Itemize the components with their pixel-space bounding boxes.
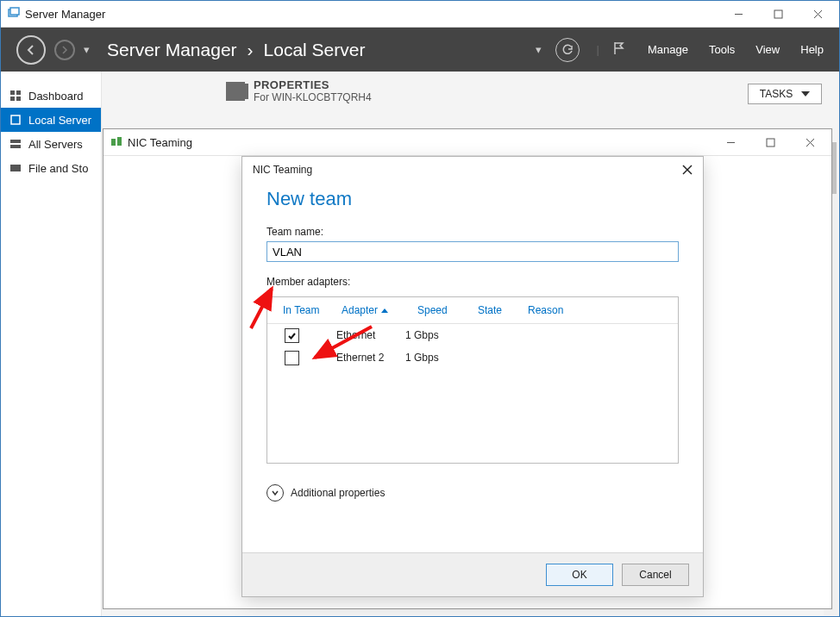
new-team-footer: OK Cancel xyxy=(242,552,703,596)
adapters-columns: In Team Adapter Speed State Reason xyxy=(267,297,678,324)
maximize-button[interactable] xyxy=(758,1,798,27)
back-button[interactable] xyxy=(16,35,46,65)
ok-button[interactable]: OK xyxy=(546,564,613,586)
history-dropdown-icon[interactable]: ▾ xyxy=(84,43,90,56)
menu-help[interactable]: Help xyxy=(800,43,824,56)
svg-rect-14 xyxy=(111,139,116,146)
svg-rect-7 xyxy=(16,90,21,95)
breadcrumb-current[interactable]: Local Server xyxy=(264,40,366,60)
dropdown-icon[interactable]: ▾ xyxy=(536,43,542,56)
servers-icon xyxy=(9,138,22,150)
nic-close-button[interactable] xyxy=(790,129,830,155)
adapter-name: Ethernet xyxy=(336,329,405,341)
breadcrumb-root[interactable]: Server Manager xyxy=(107,40,237,60)
svg-rect-12 xyxy=(10,145,21,148)
svg-rect-17 xyxy=(767,139,774,146)
server-manager-window: Server Manager ▾ Server Manager › Local … xyxy=(0,0,840,617)
sidebar: Dashboard Local Server All Servers File … xyxy=(1,72,102,617)
sidebar-item-dashboard[interactable]: Dashboard xyxy=(1,84,101,108)
new-team-titlebar: NIC Teaming xyxy=(242,157,703,183)
sidebar-item-label: File and Sto xyxy=(28,162,88,175)
sidebar-item-label: Dashboard xyxy=(28,90,84,103)
cancel-label: Cancel xyxy=(639,569,671,581)
properties-header: PROPERTIES For WIN-KLOCBT7QRH4 TASKS xyxy=(226,78,822,103)
forward-button[interactable] xyxy=(54,40,75,60)
flag-icon[interactable] xyxy=(611,41,627,59)
sort-asc-icon xyxy=(381,308,388,313)
tasks-button-properties[interactable]: TASKS xyxy=(748,84,822,104)
adapter-row[interactable]: Ethernet 2 1 Gbps xyxy=(267,346,678,369)
additional-properties-label: Additional properties xyxy=(291,487,385,499)
svg-rect-10 xyxy=(11,115,20,124)
nic-window-title: NIC Teaming xyxy=(128,136,192,149)
adapter-speed: 1 Gbps xyxy=(405,352,457,364)
sidebar-item-label: All Servers xyxy=(28,138,83,151)
team-name-label: Team name: xyxy=(266,226,679,238)
menu-view[interactable]: View xyxy=(755,43,780,56)
adapter-row[interactable]: Ethernet 1 Gbps xyxy=(267,324,678,346)
menu-tools[interactable]: Tools xyxy=(709,43,735,56)
column-speed[interactable]: Speed xyxy=(411,304,471,316)
svg-rect-8 xyxy=(10,97,15,101)
new-team-dialog: NIC Teaming New team Team name: Member a… xyxy=(241,156,704,597)
close-button[interactable] xyxy=(798,1,837,27)
adapter-checkbox[interactable] xyxy=(285,351,299,365)
svg-rect-1 xyxy=(10,8,19,15)
svg-rect-6 xyxy=(10,90,15,95)
properties-title: PROPERTIES xyxy=(254,78,372,91)
ok-label: OK xyxy=(572,569,586,581)
adapter-name: Ethernet 2 xyxy=(336,352,405,364)
refresh-button[interactable] xyxy=(555,38,580,62)
storage-icon xyxy=(9,162,22,174)
minimize-button[interactable] xyxy=(718,1,758,27)
dashboard-icon xyxy=(9,90,22,102)
column-reason[interactable]: Reason xyxy=(521,304,570,316)
member-adapters-label: Member adapters: xyxy=(266,276,679,288)
adapter-speed: 1 Gbps xyxy=(405,329,457,341)
chevron-down-icon xyxy=(801,91,810,97)
additional-properties-toggle[interactable]: Additional properties xyxy=(266,484,679,502)
properties-icon xyxy=(226,82,245,101)
nic-minimize-button[interactable] xyxy=(711,129,750,155)
member-adapters-grid: In Team Adapter Speed State Reason Ether… xyxy=(266,296,679,464)
properties-subtitle: For WIN-KLOCBT7QRH4 xyxy=(254,91,372,103)
chevron-right-icon: › xyxy=(248,40,254,60)
team-name-input[interactable] xyxy=(266,241,679,262)
nic-app-icon xyxy=(110,135,122,150)
cancel-button[interactable]: Cancel xyxy=(622,564,689,586)
new-team-window-title: NIC Teaming xyxy=(253,164,312,176)
adapter-checkbox[interactable] xyxy=(285,328,299,343)
column-in-team[interactable]: In Team xyxy=(276,304,335,316)
svg-rect-15 xyxy=(117,137,122,146)
sidebar-item-all-servers[interactable]: All Servers xyxy=(1,132,101,156)
menu-manage[interactable]: Manage xyxy=(648,43,688,56)
sidebar-item-label: Local Server xyxy=(28,114,91,127)
new-team-heading: New team xyxy=(266,188,679,210)
nic-teaming-window: NIC Teaming NIC Teaming New team T xyxy=(103,128,832,609)
nic-titlebar: NIC Teaming xyxy=(103,129,831,156)
server-icon xyxy=(9,114,22,126)
separator: | xyxy=(593,43,603,56)
titlebar: Server Manager xyxy=(1,1,839,28)
chevron-down-icon xyxy=(266,484,284,502)
app-title: Server Manager xyxy=(25,8,105,21)
sidebar-item-file-storage[interactable]: File and Sto xyxy=(1,156,101,180)
svg-rect-3 xyxy=(774,10,782,18)
column-adapter[interactable]: Adapter xyxy=(335,304,411,316)
nic-maximize-button[interactable] xyxy=(750,129,790,155)
svg-rect-9 xyxy=(16,97,21,101)
column-state[interactable]: State xyxy=(471,304,521,316)
sidebar-item-local-server[interactable]: Local Server xyxy=(1,108,101,132)
tasks-label: TASKS xyxy=(760,88,793,100)
new-team-close-button[interactable] xyxy=(677,159,698,180)
navigation-bar: ▾ Server Manager › Local Server ▾ | Mana… xyxy=(1,28,839,72)
app-icon xyxy=(8,7,20,22)
svg-rect-13 xyxy=(10,165,21,171)
svg-rect-11 xyxy=(10,140,21,143)
